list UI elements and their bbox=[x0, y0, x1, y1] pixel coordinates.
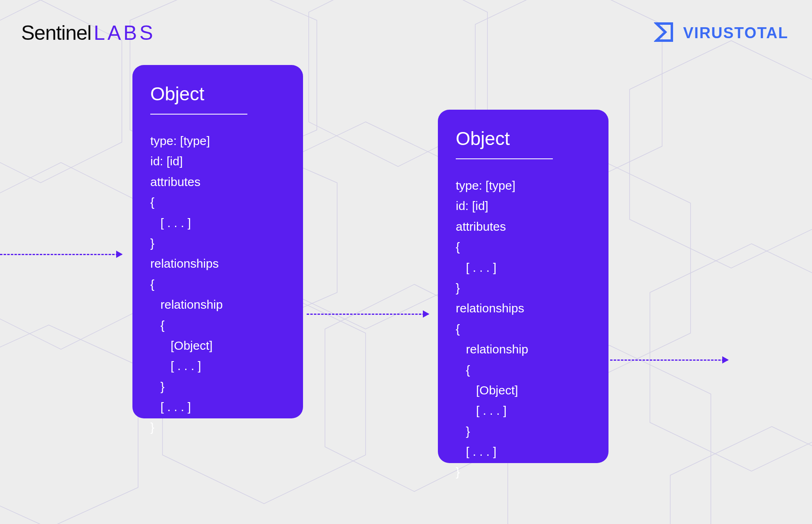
arrow-between-cards bbox=[307, 314, 429, 315]
arrow-out-of-right-card bbox=[610, 359, 728, 361]
background-hex-pattern bbox=[0, 0, 812, 524]
object-card-left: Object type: [type] id: [id] attributes … bbox=[132, 65, 303, 418]
sentinel-text: Sentinel bbox=[21, 21, 91, 45]
card-body: type: [type] id: [id] attributes { [ . .… bbox=[150, 131, 285, 438]
card-underline bbox=[150, 114, 247, 115]
card-underline bbox=[456, 158, 553, 159]
sigma-icon bbox=[654, 21, 676, 45]
virustotal-text: VIRUSTOTAL bbox=[683, 24, 788, 42]
virustotal-logo: VIRUSTOTAL bbox=[654, 21, 788, 45]
labs-text: LABS bbox=[94, 21, 156, 45]
arrow-into-left-card bbox=[0, 254, 122, 255]
object-card-right: Object type: [type] id: [id] attributes … bbox=[438, 110, 608, 463]
sentinel-labs-logo: Sentinel LABS bbox=[21, 21, 156, 45]
card-body: type: [type] id: [id] attributes { [ . .… bbox=[456, 175, 591, 483]
card-title: Object bbox=[456, 128, 591, 149]
card-title: Object bbox=[150, 83, 285, 105]
